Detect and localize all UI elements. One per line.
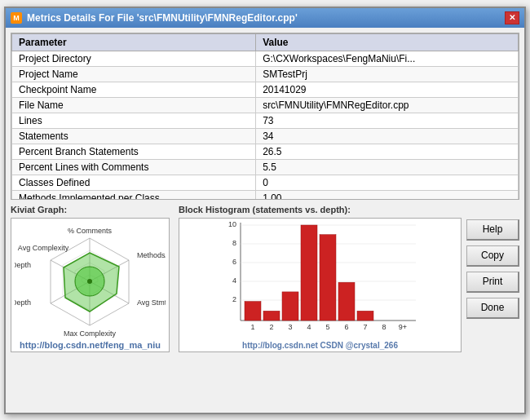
table-row: Statements34 xyxy=(12,128,519,144)
param-cell: Project Directory xyxy=(12,51,256,66)
svg-text:8: 8 xyxy=(382,323,386,331)
svg-rect-39 xyxy=(338,282,355,321)
svg-rect-35 xyxy=(263,311,280,321)
kiviat-section: Kiviat Graph: xyxy=(11,205,174,408)
value-cell: SMTestPrj xyxy=(256,66,519,82)
table-row: Percent Branch Statements26.5 xyxy=(12,144,519,159)
table-body: Project DirectoryG:\CXWorkspaces\FengMaN… xyxy=(12,51,519,199)
svg-text:3: 3 xyxy=(288,323,292,331)
svg-text:2: 2 xyxy=(269,323,273,331)
svg-text:Avg Depth: Avg Depth xyxy=(15,261,31,269)
param-cell: Project Name xyxy=(12,66,256,82)
param-cell: Methods Implemented per Class xyxy=(12,190,256,199)
table-row: Classes Defined0 xyxy=(12,175,519,190)
table-row: Project NameSMTestPrj xyxy=(12,66,519,82)
close-button[interactable]: ✕ xyxy=(505,11,519,24)
histogram-svg: 10 8 6 4 2 xyxy=(179,219,461,345)
table-row: Lines73 xyxy=(12,113,519,128)
svg-text:10: 10 xyxy=(228,220,236,228)
param-cell: Classes Defined xyxy=(12,175,256,190)
svg-rect-37 xyxy=(301,225,317,321)
table-header-row: Parameter Value xyxy=(12,33,519,51)
col-header-value: Value xyxy=(256,33,519,51)
buttons-section: Help Copy Print Done xyxy=(466,205,519,408)
title-bar: M Metrics Details For File 'src\FMNUtili… xyxy=(6,8,524,28)
value-cell: 20141029 xyxy=(256,82,519,97)
param-cell: Percent Lines with Comments xyxy=(12,159,256,175)
svg-text:4: 4 xyxy=(307,323,311,331)
table-row: File Namesrc\FMNUtility\FMNRegEditor.cpp xyxy=(12,97,519,113)
metrics-table: Parameter Value Project DirectoryG:\CXWo… xyxy=(11,33,519,199)
svg-rect-38 xyxy=(320,234,336,320)
param-cell: Lines xyxy=(12,113,256,128)
help-button[interactable]: Help xyxy=(466,219,519,241)
table-row: Methods Implemented per Class1.00 xyxy=(12,190,519,199)
table-row: Percent Lines with Comments5.5 xyxy=(12,159,519,175)
svg-text:Methods/Class: Methods/Class xyxy=(137,251,166,259)
svg-rect-40 xyxy=(357,311,373,321)
window-title: Metrics Details For File 'src\FMNUtility… xyxy=(27,12,298,24)
param-cell: Percent Branch Statements xyxy=(12,144,256,159)
value-cell: src\FMNUtility\FMNRegEditor.cpp xyxy=(256,97,519,113)
param-cell: Checkpoint Name xyxy=(12,82,256,97)
kiviat-svg: % Comments Methods/Class Avg Stmts/Metho… xyxy=(15,222,166,348)
svg-text:2: 2 xyxy=(232,295,236,303)
param-cell: File Name xyxy=(12,97,256,113)
window-content: Parameter Value Project DirectoryG:\CXWo… xyxy=(6,28,524,413)
svg-text:Max Depth: Max Depth xyxy=(15,298,31,307)
title-bar-left: M Metrics Details For File 'src\FMNUtili… xyxy=(11,12,298,24)
kiviat-graph: % Comments Methods/Class Avg Stmts/Metho… xyxy=(11,218,170,352)
svg-rect-36 xyxy=(282,291,298,320)
svg-text:7: 7 xyxy=(363,323,367,331)
value-cell: 1.00 xyxy=(256,190,519,199)
col-header-parameter: Parameter xyxy=(12,33,256,51)
histogram-label: Block Histogram (statements vs. depth): xyxy=(179,205,462,214)
kiviat-label: Kiviat Graph: xyxy=(11,205,174,214)
histogram-graph: 10 8 6 4 2 xyxy=(179,218,462,352)
svg-text:Avg Stmts/Method: Avg Stmts/Method xyxy=(137,298,166,307)
copy-button[interactable]: Copy xyxy=(466,245,519,267)
table-row: Checkpoint Name20141029 xyxy=(12,82,519,97)
metrics-table-container: Parameter Value Project DirectoryG:\CXWo… xyxy=(11,33,519,200)
svg-text:6: 6 xyxy=(344,323,348,331)
svg-text:8: 8 xyxy=(232,239,236,247)
main-window: M Metrics Details For File 'src\FMNUtili… xyxy=(4,7,526,414)
svg-text:Max Complexity: Max Complexity xyxy=(64,329,117,338)
svg-rect-34 xyxy=(245,301,261,320)
svg-text:1: 1 xyxy=(250,323,254,331)
value-cell: 0 xyxy=(256,175,519,190)
table-row: Project DirectoryG:\CXWorkspaces\FengMaN… xyxy=(12,51,519,66)
value-cell: 5.5 xyxy=(256,159,519,175)
value-cell: G:\CXWorkspaces\FengMaNiu\Fi... xyxy=(256,51,519,66)
value-cell: 26.5 xyxy=(256,144,519,159)
app-icon: M xyxy=(11,12,22,24)
table-scroll[interactable]: Parameter Value Project DirectoryG:\CXWo… xyxy=(11,33,519,199)
svg-text:9+: 9+ xyxy=(399,323,407,331)
svg-text:6: 6 xyxy=(232,258,236,266)
svg-text:4: 4 xyxy=(232,276,236,285)
svg-point-13 xyxy=(87,279,92,284)
svg-text:5: 5 xyxy=(325,323,329,331)
done-button[interactable]: Done xyxy=(466,298,519,319)
param-cell: Statements xyxy=(12,128,256,144)
svg-text:% Comments: % Comments xyxy=(68,227,113,235)
value-cell: 73 xyxy=(256,113,519,128)
print-button[interactable]: Print xyxy=(466,272,519,293)
value-cell: 34 xyxy=(256,128,519,144)
bottom-section: Kiviat Graph: xyxy=(11,205,519,408)
histogram-section: Block Histogram (statements vs. depth): … xyxy=(179,205,462,408)
svg-text:Avg Complexity: Avg Complexity xyxy=(18,244,69,252)
